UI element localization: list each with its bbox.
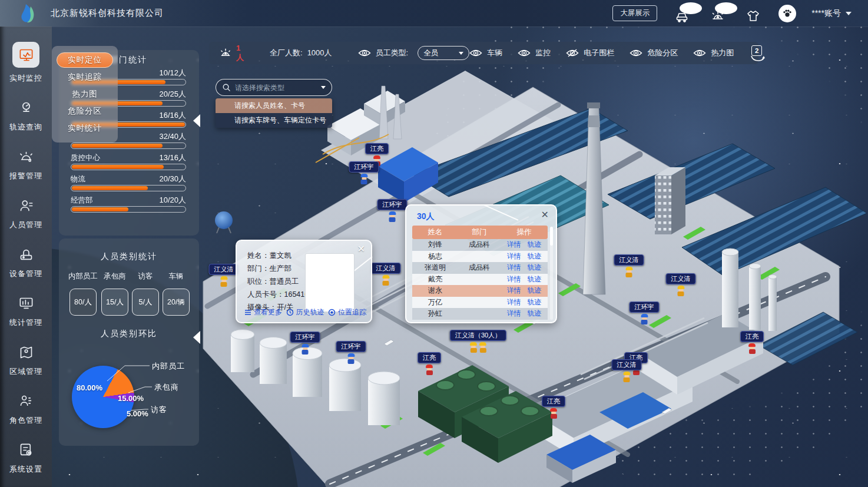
worker-figure[interactable] bbox=[389, 211, 396, 222]
detail-link[interactable]: 详情 bbox=[507, 274, 521, 284]
table-row: 谢永详情轨迹 bbox=[412, 285, 548, 297]
alarm-notice-button[interactable] bbox=[708, 5, 728, 22]
worker-figure[interactable] bbox=[347, 353, 355, 364]
sidebar-item-alarm[interactable]: 报警管理 bbox=[9, 148, 42, 181]
worker-name-label[interactable]: 江义清 bbox=[371, 263, 401, 274]
worker-figure[interactable] bbox=[550, 408, 558, 419]
submenu-item[interactable]: 实时定位 bbox=[57, 52, 113, 68]
submenu-item[interactable]: 危险分区 bbox=[57, 104, 113, 119]
sidebar-item-device[interactable]: 设备管理 bbox=[9, 246, 42, 279]
track-link[interactable]: 轨迹 bbox=[527, 297, 541, 307]
person-action-2[interactable]: 位置追踪 bbox=[328, 307, 366, 317]
track-link[interactable]: 轨迹 bbox=[527, 240, 541, 250]
submenu-item[interactable]: 热力图 bbox=[57, 87, 113, 102]
sidebar-item-monitor[interactable]: 实时监控 bbox=[9, 42, 42, 84]
detail-link[interactable]: 详情 bbox=[507, 286, 521, 296]
detail-link[interactable]: 详情 bbox=[507, 297, 521, 307]
worker-name-label[interactable]: 江亮 bbox=[542, 396, 565, 407]
worker-name-label[interactable]: 江亮 bbox=[418, 352, 441, 363]
worker-name-label[interactable]: 江环宇 bbox=[630, 302, 660, 313]
worker-name-label[interactable]: 江环宇 bbox=[290, 332, 320, 343]
sidebar-item-person[interactable]: 人员管理 bbox=[9, 197, 42, 230]
submenu-item[interactable]: 实时统计 bbox=[57, 121, 113, 136]
person-name: 孙虹 bbox=[412, 309, 458, 319]
worker-figure[interactable] bbox=[479, 342, 487, 353]
person-actions: 查看更多历史轨迹位置追踪 bbox=[244, 307, 366, 317]
sidebar-item-settings[interactable]: 系统设置 bbox=[9, 441, 42, 475]
dept-bar-fill bbox=[72, 144, 163, 148]
worker-figure[interactable] bbox=[470, 342, 478, 353]
scrollbar-thumb[interactable] bbox=[550, 227, 553, 246]
category-value-box[interactable]: 5/人 bbox=[132, 289, 159, 316]
alarm-counter[interactable]: 1人 bbox=[220, 44, 246, 63]
sidebar-item-region[interactable]: 区域管理 bbox=[9, 343, 42, 377]
sidebar-item-role[interactable]: 角色管理 bbox=[9, 392, 42, 426]
layer-toggle-监控[interactable]: 监控 bbox=[518, 48, 551, 58]
layer-toggle-热力图[interactable]: 热力图 bbox=[693, 48, 734, 58]
close-icon[interactable]: ✕ bbox=[357, 243, 365, 254]
worker-figure[interactable] bbox=[360, 174, 368, 184]
category-value-box[interactable]: 80/人 bbox=[69, 289, 97, 316]
layer-toggle-车辆[interactable]: 车辆 bbox=[469, 48, 502, 58]
patrol-car-button[interactable] bbox=[672, 5, 693, 22]
submenu-item[interactable]: 实时追踪 bbox=[57, 69, 113, 85]
search-input[interactable] bbox=[235, 84, 317, 92]
worker-name-label[interactable]: 江亮 bbox=[365, 143, 389, 154]
worker-figures bbox=[347, 352, 355, 364]
worker-figure[interactable] bbox=[623, 372, 631, 382]
category-value-box[interactable]: 20/辆 bbox=[163, 289, 190, 316]
sidebar-item-track[interactable]: 轨迹查询 bbox=[9, 99, 42, 132]
worker-figure[interactable] bbox=[748, 343, 756, 354]
detail-link[interactable]: 详情 bbox=[507, 309, 521, 319]
panel-collapse-arrow[interactable] bbox=[193, 331, 200, 344]
track-link[interactable]: 轨迹 bbox=[527, 251, 541, 261]
employee-type-select[interactable]: 全员 bbox=[418, 46, 469, 60]
eye-icon[interactable] bbox=[358, 48, 371, 58]
search-option[interactable]: 请搜索车牌号、车辆定位卡号 bbox=[216, 113, 332, 128]
search-option[interactable]: 请搜索人员姓名、卡号 bbox=[216, 98, 332, 113]
worker-figure[interactable] bbox=[220, 276, 228, 287]
worker-marker: 江义清 bbox=[666, 273, 696, 296]
track-link[interactable]: 轨迹 bbox=[527, 309, 541, 319]
worker-figure[interactable] bbox=[426, 365, 433, 375]
worker-figure[interactable] bbox=[382, 275, 390, 286]
track-link[interactable]: 轨迹 bbox=[527, 274, 541, 284]
search-box bbox=[216, 79, 332, 96]
sidebar-item-stats[interactable]: 统计管理 bbox=[9, 294, 42, 328]
worker-figures bbox=[302, 343, 309, 355]
workwear-button[interactable] bbox=[743, 5, 763, 22]
people-count-title: 30人 bbox=[417, 211, 550, 222]
worker-figure[interactable] bbox=[302, 344, 309, 355]
track-link[interactable]: 轨迹 bbox=[527, 286, 541, 296]
worker-name-label[interactable]: 江义清 bbox=[209, 264, 239, 275]
worker-figure[interactable] bbox=[641, 314, 648, 324]
avatar[interactable] bbox=[778, 5, 796, 22]
close-icon[interactable]: ✕ bbox=[541, 209, 549, 220]
action-icon bbox=[286, 309, 294, 316]
detail-link[interactable]: 详情 bbox=[507, 240, 521, 250]
account-menu[interactable]: ****账号 bbox=[811, 8, 852, 19]
layer-toggle-电子围栏[interactable]: 电子围栏 bbox=[566, 48, 614, 58]
worker-figure[interactable] bbox=[677, 286, 685, 296]
category-value-box[interactable]: 15/人 bbox=[101, 289, 128, 316]
person-action-1[interactable]: 历史轨迹 bbox=[286, 307, 324, 317]
worker-name-label[interactable]: 江义清（30人） bbox=[450, 330, 506, 341]
chevron-down-icon[interactable] bbox=[321, 86, 326, 89]
big-screen-button[interactable]: 大屏展示 bbox=[612, 5, 657, 21]
detail-link[interactable]: 详情 bbox=[507, 263, 521, 273]
worker-name-label[interactable]: 江环宇 bbox=[377, 199, 408, 210]
worker-name-label[interactable]: 江环宇 bbox=[349, 161, 379, 173]
worker-figure[interactable] bbox=[625, 267, 633, 277]
worker-name-label[interactable]: 江亮 bbox=[740, 331, 764, 342]
alarm-count: 1人 bbox=[236, 44, 246, 63]
worker-name-label[interactable]: 江义清 bbox=[666, 273, 696, 284]
panel-collapse-arrow[interactable] bbox=[193, 114, 200, 127]
pie-percent: 5.00% bbox=[127, 409, 148, 418]
worker-name-label[interactable]: 江义清 bbox=[614, 254, 644, 266]
worker-name-label[interactable]: 江义清 bbox=[612, 359, 642, 370]
detail-link[interactable]: 详情 bbox=[507, 251, 521, 261]
layer-toggle-危险分区[interactable]: 危险分区 bbox=[630, 48, 678, 58]
track-link[interactable]: 轨迹 bbox=[527, 263, 541, 273]
person-action-0[interactable]: 查看更多 bbox=[244, 307, 282, 317]
worker-name-label[interactable]: 江环宇 bbox=[336, 341, 366, 352]
